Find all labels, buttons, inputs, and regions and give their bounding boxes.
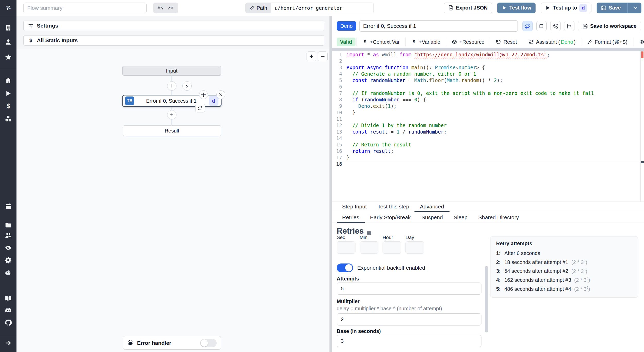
sidebar-book-icon[interactable]: [5, 295, 12, 302]
panel-resize-handle[interactable]: [329, 16, 332, 352]
code-line: [332, 116, 640, 122]
code-editor[interactable]: 123456789101112131415161718 import * as …: [332, 51, 644, 201]
flow-result-node[interactable]: Result: [123, 125, 221, 136]
step-actions: [522, 21, 574, 31]
retry-attempt-item: 1:After 6 seconds: [496, 250, 632, 257]
webhook-button[interactable]: [550, 21, 561, 31]
toolbar-variable-button[interactable]: $+Variable: [406, 38, 446, 46]
retry-interval-labels: Sec Min Hour Day: [332, 236, 435, 241]
code-line: [332, 58, 640, 64]
error-handler-toggle[interactable]: [200, 339, 217, 347]
svg-text:$: $: [7, 103, 10, 109]
editor-panel: Deno Save to workspace: [332, 16, 644, 352]
step-tabs: Step Input Test this step Advanced: [332, 201, 644, 212]
sidebar-user-icon[interactable]: [5, 38, 12, 46]
plus-icon: [309, 54, 314, 59]
move-step-button[interactable]: [199, 90, 208, 99]
sidebar-gear-icon[interactable]: [5, 257, 12, 264]
toolbar-reset-button[interactable]: Reset: [490, 38, 522, 46]
tab-step-input[interactable]: Step Input: [337, 201, 372, 212]
subtab-retries[interactable]: Retries: [337, 212, 365, 223]
flow-input-node[interactable]: Input: [122, 66, 221, 76]
toolbar-explore-other-s-button[interactable]: Explore other s: [633, 38, 644, 46]
step-node-label: Error if 0, Success if 1: [134, 98, 209, 104]
flow-graph-canvas[interactable]: Input TS Error if 0, Success if 1 d: [16, 49, 329, 352]
sidebar-building-icon[interactable]: [5, 24, 12, 31]
day-input[interactable]: [405, 241, 424, 254]
toolbar-resource-button[interactable]: +Resource: [446, 38, 490, 46]
sidebar-boxes-icon[interactable]: [5, 115, 12, 122]
form-scrollbar[interactable]: [485, 266, 488, 332]
rotate-ccw-icon: [496, 39, 501, 45]
sidebar-github-icon[interactable]: [5, 319, 12, 326]
redo-icon[interactable]: [168, 5, 174, 11]
svg-text:$: $: [364, 39, 366, 44]
step-title-input[interactable]: [359, 20, 518, 32]
attempts-input[interactable]: [337, 283, 481, 295]
toggle-before-after-button[interactable]: [522, 21, 533, 31]
restart-step-button[interactable]: [195, 104, 205, 112]
add-step-button[interactable]: [167, 110, 176, 119]
retries-panel: Retries Sec Min Hour Day Exponential bac…: [332, 223, 644, 352]
toolbar-context-var-button[interactable]: $+Context Var: [357, 38, 405, 46]
add-step-button[interactable]: [167, 81, 176, 91]
zoom-out-button[interactable]: [318, 51, 328, 61]
sidebar-calendar-icon[interactable]: [5, 203, 12, 210]
subtab-sleep[interactable]: Sleep: [448, 212, 473, 223]
flow-summary-input[interactable]: [23, 3, 147, 13]
bolt-icon: [185, 84, 189, 88]
sidebar-discord-icon[interactable]: [5, 307, 12, 314]
tab-advanced[interactable]: Advanced: [414, 201, 449, 212]
path-input[interactable]: [271, 3, 374, 13]
sidebar-dollar-icon[interactable]: $: [5, 103, 12, 110]
subtab-suspend[interactable]: Suspend: [416, 212, 448, 223]
delete-step-button[interactable]: [216, 90, 225, 99]
undo-redo-group: [153, 3, 178, 13]
retry-attempt-item: 3:54 seconds after attempt #2(2 * 33): [496, 266, 632, 275]
sidebar-folder-icon[interactable]: [5, 222, 12, 229]
hour-input[interactable]: [383, 241, 401, 254]
settings-label: Settings: [37, 23, 58, 29]
code-line: // Generate a random number, either 0 or…: [332, 71, 640, 77]
typescript-badge: TS: [125, 96, 134, 105]
save-dropdown-toggle[interactable]: [630, 3, 641, 13]
zoom-in-button[interactable]: [307, 51, 316, 61]
test-up-to-button[interactable]: Test up to d: [541, 3, 591, 13]
sidebar-home-icon[interactable]: [5, 77, 12, 84]
save-button[interactable]: Save: [597, 3, 641, 13]
subtab-shared-directory[interactable]: Shared Directory: [473, 212, 524, 223]
expand-editor-button[interactable]: [536, 21, 547, 31]
multiplier-input[interactable]: [337, 313, 481, 325]
sidebar-windmill-logo[interactable]: [5, 4, 12, 11]
tab-test-this-step[interactable]: Test this step: [372, 201, 415, 212]
test-flow-button[interactable]: Test flow: [497, 3, 536, 13]
sleep-button[interactable]: [564, 21, 574, 31]
sidebar-play-icon[interactable]: [5, 90, 12, 97]
dollar-icon: $: [28, 38, 33, 43]
exponential-backoff-toggle[interactable]: [337, 263, 353, 272]
path-group: Path: [245, 3, 374, 13]
sidebar-users-cog-icon[interactable]: [5, 232, 12, 239]
sidebar-separator: [0, 16, 16, 16]
code-line: }: [332, 154, 640, 161]
repeat-icon: [525, 23, 530, 29]
save-to-workspace-button[interactable]: Save to workspace: [578, 21, 641, 31]
sidebar-arrow-right-icon[interactable]: [5, 339, 12, 347]
undo-icon[interactable]: [158, 5, 163, 11]
sidebar-star-icon[interactable]: [5, 54, 12, 61]
flow-settings-button[interactable]: Settings: [23, 21, 324, 31]
toolbar-format-s-button[interactable]: Format (⌘+S): [581, 38, 633, 46]
sidebar-separator: [0, 336, 16, 336]
trigger-button[interactable]: [182, 81, 192, 91]
export-json-button[interactable]: Export JSON: [444, 3, 492, 13]
toolbar-assistant-button[interactable]: Assistant (Deno): [523, 38, 581, 46]
all-static-inputs-button[interactable]: $ All Static Inputs: [23, 35, 324, 46]
multiplier-help: delay = multiplier * base ^ (number of a…: [337, 306, 442, 312]
base-input[interactable]: [337, 335, 481, 347]
sec-input[interactable]: [337, 241, 355, 254]
min-input[interactable]: [360, 241, 378, 254]
subtab-early-stop-break[interactable]: Early Stop/Break: [365, 212, 416, 223]
sidebar-eye-icon[interactable]: [5, 244, 12, 251]
sidebar-robot-icon[interactable]: [5, 269, 12, 276]
step-header: Deno Save to workspace: [332, 16, 644, 36]
